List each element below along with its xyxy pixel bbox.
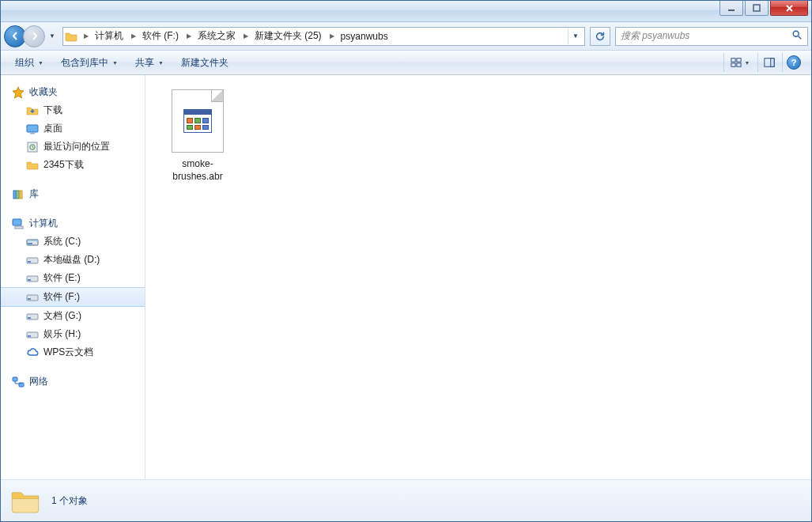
svg-rect-0: [728, 9, 735, 11]
breadcrumb-sep[interactable]: ▶: [183, 32, 195, 40]
address-bar[interactable]: ▶ 计算机 ▶ 软件 (F:) ▶ 系统之家 ▶ 新建文件夹 (25) ▶ ps…: [62, 27, 585, 46]
search-placeholder: 搜索 psyanwubs: [621, 29, 689, 43]
libraries-header[interactable]: 库: [1, 185, 145, 203]
drive-icon: [26, 328, 39, 341]
breadcrumb-sep[interactable]: ▶: [240, 32, 251, 40]
file-list[interactable]: smoke-brushes.abr: [145, 75, 811, 479]
folder-icon: [26, 159, 39, 172]
forward-button[interactable]: [23, 25, 45, 47]
help-button[interactable]: ?: [782, 53, 805, 72]
breadcrumb-folder-2[interactable]: 新建文件夹 (25): [251, 28, 327, 45]
search-icon[interactable]: [791, 29, 803, 43]
svg-rect-1: [753, 5, 760, 11]
breadcrumb-sep[interactable]: ▶: [327, 32, 338, 40]
drive-icon: [26, 310, 39, 323]
svg-rect-9: [27, 125, 38, 132]
nav-back-forward: ▼: [4, 25, 58, 47]
address-dropdown[interactable]: ▼: [568, 28, 583, 44]
svg-rect-29: [28, 317, 31, 319]
sidebar-item-drive-c[interactable]: 系统 (C:): [1, 233, 145, 251]
sidebar-item-drive-f[interactable]: 软件 (F:): [1, 287, 145, 307]
breadcrumb-sep[interactable]: ▶: [128, 32, 139, 40]
share-button[interactable]: 共享▼: [127, 53, 172, 72]
drive-icon: [26, 291, 39, 304]
include-in-library-button[interactable]: 包含到库中▼: [53, 53, 126, 72]
folder-icon: [26, 104, 39, 117]
command-bar: 组织▼ 包含到库中▼ 共享▼ 新建文件夹 ▼ ?: [1, 51, 811, 75]
computer-icon: [12, 218, 25, 230]
window-controls: [719, 1, 808, 16]
breadcrumb-sep[interactable]: ▶: [81, 32, 92, 40]
minimize-button[interactable]: [719, 1, 743, 16]
network-header[interactable]: 网络: [1, 373, 145, 391]
svg-rect-25: [28, 279, 31, 281]
navigation-pane: 收藏夹 下载 桌面 最近访问的位置 2345下载: [1, 75, 145, 479]
preview-pane-button[interactable]: [757, 53, 780, 72]
libraries-group: 库: [1, 185, 145, 203]
close-button[interactable]: [770, 1, 808, 16]
breadcrumb-drive[interactable]: 软件 (F:): [139, 28, 183, 45]
refresh-button[interactable]: [590, 27, 610, 46]
file-name: smoke-brushes.abr: [160, 157, 236, 183]
sidebar-item-wps-cloud[interactable]: WPS云文档: [1, 343, 145, 361]
network-icon: [12, 376, 25, 388]
drive-icon: [26, 272, 39, 285]
svg-rect-27: [28, 298, 31, 300]
sidebar-item-drive-d[interactable]: 本地磁盘 (D:): [1, 251, 145, 269]
sidebar-item-downloads[interactable]: 下载: [1, 101, 145, 119]
svg-rect-23: [28, 261, 31, 263]
nav-history-dropdown[interactable]: ▼: [47, 30, 58, 42]
folder-icon: [65, 30, 77, 43]
status-bar: 1 个对象: [1, 479, 811, 521]
svg-rect-8: [771, 59, 774, 67]
breadcrumb-computer[interactable]: 计算机: [92, 28, 128, 45]
sidebar-item-drive-h[interactable]: 娱乐 (H:): [1, 325, 145, 343]
drive-icon: [26, 236, 39, 248]
sidebar-item-recent[interactable]: 最近访问的位置: [1, 138, 145, 156]
file-icon-abr: [172, 89, 224, 153]
library-icon: [12, 188, 25, 201]
status-folder-icon: [9, 485, 42, 516]
sidebar-item-drive-e[interactable]: 软件 (E:): [1, 269, 145, 287]
status-count: 1 个对象: [51, 494, 88, 508]
svg-rect-16: [13, 219, 21, 225]
title-bar: [1, 1, 811, 22]
breadcrumb-folder-1[interactable]: 系统之家: [195, 28, 240, 45]
svg-rect-32: [13, 377, 17, 381]
drive-icon: [26, 254, 39, 267]
svg-rect-15: [20, 191, 22, 199]
svg-rect-10: [30, 133, 35, 134]
computer-header[interactable]: 计算机: [1, 214, 145, 233]
cloud-icon: [26, 346, 39, 359]
recent-icon: [26, 141, 39, 153]
new-folder-button[interactable]: 新建文件夹: [173, 53, 236, 72]
svg-rect-3: [731, 59, 735, 62]
favorites-header[interactable]: 收藏夹: [1, 83, 145, 101]
sidebar-item-2345downloads[interactable]: 2345下载: [1, 156, 145, 174]
explorer-window: ▼ ▶ 计算机 ▶ 软件 (F:) ▶ 系统之家 ▶ 新建文件夹 (25) ▶ …: [0, 0, 812, 522]
svg-rect-14: [17, 191, 19, 199]
svg-rect-5: [731, 63, 735, 66]
maximize-button[interactable]: [745, 1, 769, 16]
help-icon: ?: [787, 55, 801, 70]
breadcrumb-current[interactable]: psyanwubs: [338, 28, 393, 45]
desktop-icon: [26, 123, 39, 135]
svg-rect-31: [28, 335, 31, 337]
search-box[interactable]: 搜索 psyanwubs: [615, 27, 808, 46]
star-icon: [12, 86, 25, 99]
network-group: 网络: [1, 373, 145, 391]
organize-button[interactable]: 组织▼: [7, 53, 51, 72]
navigation-bar: ▼ ▶ 计算机 ▶ 软件 (F:) ▶ 系统之家 ▶ 新建文件夹 (25) ▶ …: [1, 22, 811, 51]
sidebar-item-desktop[interactable]: 桌面: [1, 119, 145, 138]
view-options-button[interactable]: ▼: [723, 53, 756, 72]
svg-rect-4: [736, 59, 740, 62]
body: 收藏夹 下载 桌面 最近访问的位置 2345下载: [1, 75, 811, 479]
svg-rect-6: [736, 63, 740, 66]
favorites-group: 收藏夹 下载 桌面 最近访问的位置 2345下载: [1, 83, 145, 174]
svg-rect-17: [15, 226, 23, 229]
svg-rect-13: [13, 191, 16, 199]
sidebar-item-drive-g[interactable]: 文档 (G:): [1, 307, 145, 325]
file-item[interactable]: smoke-brushes.abr: [157, 86, 239, 186]
svg-rect-21: [28, 243, 32, 244]
computer-group: 计算机 系统 (C:) 本地磁盘 (D:) 软件 (E:) 软件 (F:): [1, 214, 145, 361]
